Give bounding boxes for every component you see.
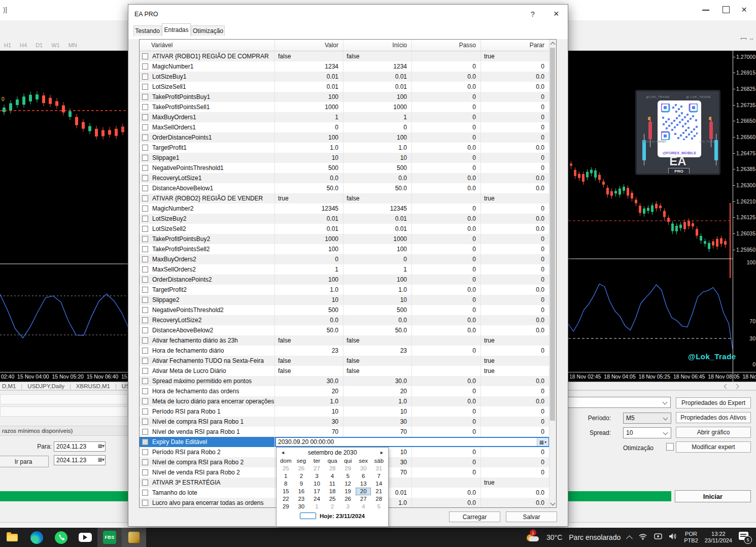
- param-row[interactable]: RecoveryLotSize20.00.00.00.0: [140, 315, 556, 325]
- timeframe-h4[interactable]: H4: [20, 42, 27, 48]
- expiry-date-input[interactable]: 2030.09.20 00:00:00: [276, 438, 537, 446]
- calendar-dropdown-icon[interactable]: ▦▾: [98, 443, 104, 449]
- param-checkbox[interactable]: [142, 469, 148, 475]
- param-checkbox[interactable]: [142, 94, 148, 100]
- param-row[interactable]: DistanceAboveBelow150.050.00.00.0: [140, 183, 556, 193]
- taskbar-item-fbs[interactable]: FBS: [97, 528, 122, 547]
- calendar-day[interactable]: 28: [325, 465, 340, 472]
- optimization-checkbox[interactable]: [666, 443, 674, 451]
- help-icon[interactable]: ?: [531, 10, 535, 18]
- param-checkbox[interactable]: [142, 388, 148, 394]
- param-checkbox[interactable]: [142, 165, 148, 171]
- column-header[interactable]: Valor: [275, 40, 343, 51]
- chart-tab[interactable]: USDJPY,Daily: [27, 383, 64, 389]
- scroll-up-icon[interactable]: [551, 42, 556, 47]
- calendar-day[interactable]: 1: [278, 472, 294, 480]
- tray-expand-icon[interactable]: [626, 535, 633, 542]
- calendar-day[interactable]: 7: [371, 472, 387, 480]
- calendar-day[interactable]: 10: [309, 480, 325, 488]
- column-header[interactable]: Parar: [481, 40, 549, 51]
- calendar-day[interactable]: 28: [371, 495, 387, 503]
- param-row[interactable]: MagicNumber11234123400: [140, 61, 556, 72]
- param-checkbox[interactable]: [142, 63, 148, 70]
- calendar-day[interactable]: 25: [325, 495, 340, 503]
- spread-combo[interactable]: 10: [623, 427, 671, 438]
- calendar-day[interactable]: 13: [356, 480, 371, 488]
- param-row[interactable]: LotSizeSell10.010.010.00.0: [140, 82, 556, 92]
- calendar-day[interactable]: 21: [371, 488, 387, 495]
- modify-expert-button[interactable]: Modificar expert: [676, 441, 751, 453]
- go-to-button[interactable]: Ir para: [0, 456, 49, 467]
- param-row[interactable]: LotSizeBuy20.010.010.00.0: [140, 214, 556, 224]
- calendar-day[interactable]: 6: [356, 472, 371, 480]
- param-checkbox[interactable]: [142, 449, 148, 455]
- param-checkbox[interactable]: [142, 145, 148, 151]
- param-checkbox[interactable]: [142, 348, 148, 354]
- param-checkbox[interactable]: [142, 439, 148, 445]
- taskbar-item-edge[interactable]: [24, 528, 49, 547]
- param-row[interactable]: Ativar Fechamento TUDO na Sexta-Feirafal…: [140, 356, 556, 366]
- calendar-day[interactable]: 19: [340, 488, 356, 495]
- param-checkbox[interactable]: [142, 327, 148, 333]
- tab-entradas[interactable]: Entradas: [162, 23, 191, 36]
- calendar-today-label[interactable]: Hoje: 23/11/2024: [320, 513, 365, 519]
- calendar-day[interactable]: 17: [309, 488, 325, 495]
- param-checkbox[interactable]: [142, 297, 148, 303]
- param-row[interactable]: TakeProfitPointsSell11000100000: [140, 102, 556, 112]
- param-checkbox[interactable]: [142, 53, 148, 59]
- param-checkbox[interactable]: [142, 185, 148, 191]
- open-chart-button[interactable]: Abrir gráfico: [676, 427, 751, 438]
- calendar-day[interactable]: 1: [309, 503, 325, 510]
- param-row[interactable]: DistanceAboveBelow250.050.00.00.0: [140, 325, 556, 335]
- taskbar-item-youtube[interactable]: [73, 528, 97, 547]
- timeframe-d1[interactable]: D1: [36, 42, 43, 48]
- param-row[interactable]: ATIVAR {ROBO1} REGIÃO DE COMPRARfalsefal…: [140, 51, 556, 61]
- param-checkbox[interactable]: [142, 358, 148, 364]
- calendar-prev-icon[interactable]: ◄: [281, 450, 285, 455]
- param-checkbox[interactable]: [142, 155, 148, 161]
- clock[interactable]: 13:22 23/11/2024: [705, 531, 732, 544]
- taskbar-item-whatsapp[interactable]: [49, 528, 73, 547]
- period-combo[interactable]: M5: [623, 413, 671, 424]
- calendar-day[interactable]: 4: [325, 472, 340, 480]
- param-row[interactable]: Expiry Date Editável2030.09.20 00:00:00▦…: [140, 437, 556, 447]
- param-checkbox[interactable]: [142, 368, 148, 374]
- calendar-day[interactable]: 2: [325, 503, 340, 510]
- speaker-icon[interactable]: [669, 533, 677, 542]
- taskbar-item-explorer[interactable]: [0, 528, 24, 547]
- param-row[interactable]: MaxBuyOrders20000: [140, 254, 556, 264]
- go-to-date-field[interactable]: 2024.11.23 ▦▾: [54, 455, 106, 465]
- calendar-day-selected[interactable]: 20: [356, 488, 371, 495]
- param-checkbox[interactable]: [142, 500, 148, 506]
- expiry-date-editor[interactable]: 2030.09.20 00:00:00▦▾: [275, 437, 549, 447]
- param-checkbox[interactable]: [142, 104, 148, 110]
- calendar-next-icon[interactable]: ►: [380, 450, 384, 455]
- param-checkbox[interactable]: [142, 266, 148, 272]
- weather-desc[interactable]: Parc ensolarado: [569, 533, 621, 541]
- minimize-icon[interactable]: [702, 10, 709, 11]
- param-checkbox[interactable]: [142, 287, 148, 293]
- tab-testando[interactable]: Testando: [133, 25, 161, 36]
- calendar-day[interactable]: 26: [294, 465, 310, 472]
- calendar-day[interactable]: 23: [294, 495, 310, 503]
- calendar-day[interactable]: 24: [309, 495, 325, 503]
- calendar-day[interactable]: 29: [278, 503, 294, 510]
- param-checkbox[interactable]: [142, 307, 148, 313]
- save-button[interactable]: Salvar: [506, 511, 557, 522]
- calendar-day[interactable]: 30: [294, 503, 310, 510]
- timeframe-h1[interactable]: H1: [4, 42, 11, 48]
- notification-center-icon[interactable]: 5: [739, 532, 751, 543]
- calendar-day[interactable]: 14: [371, 480, 387, 488]
- calendar-day[interactable]: 27: [356, 495, 371, 503]
- calendar-day[interactable]: 12: [340, 480, 356, 488]
- param-checkbox[interactable]: [142, 84, 148, 90]
- calendar-day[interactable]: 5: [371, 503, 387, 510]
- param-row[interactable]: TakeProfitPointsBuy21000100000: [140, 234, 556, 244]
- calendar-day[interactable]: 26: [340, 495, 356, 503]
- param-row[interactable]: OrderDistancePoints110010000: [140, 132, 556, 143]
- chart-tab[interactable]: D,M1: [2, 383, 16, 389]
- calendar-day[interactable]: 22: [278, 495, 294, 503]
- param-checkbox[interactable]: [142, 317, 148, 323]
- timeframe-mn[interactable]: MN: [68, 42, 77, 48]
- param-row[interactable]: Slippage1101000: [140, 153, 556, 163]
